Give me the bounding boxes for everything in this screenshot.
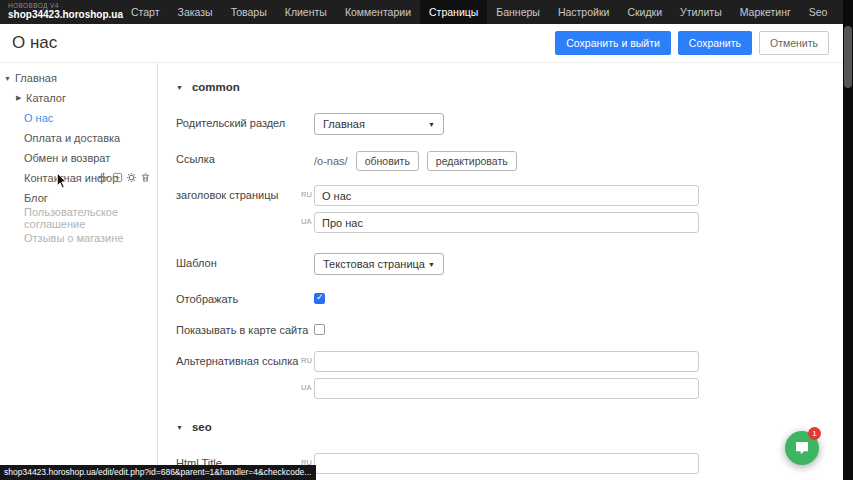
field-label: Альтернативная ссылка <box>176 351 314 405</box>
page-scrollbar[interactable] <box>843 0 853 480</box>
field-sitemap: Показывать в карте сайта <box>176 320 843 337</box>
section-title: seo <box>192 421 212 433</box>
tree-item-label: Каталог <box>26 92 66 104</box>
menu-clients[interactable]: Клиенты <box>276 0 336 24</box>
tree-item-label: Отзывы о магазине <box>24 232 123 244</box>
tree-item-label: Обмен и возврат <box>24 152 110 164</box>
menu-banners[interactable]: Баннеры <box>487 0 549 24</box>
brand-logo[interactable]: НОВОВВОД V4 shop34423.horoshop.ua <box>0 0 112 24</box>
menu-settings[interactable]: Настройки <box>549 0 619 24</box>
display-checkbox[interactable] <box>314 293 325 304</box>
pages-tree-sidebar: ▼ Главная ▶ Каталог О нас Оплата и доста… <box>0 63 157 480</box>
menu-orders[interactable]: Заказы <box>169 0 222 24</box>
chevron-down-icon: ▼ <box>428 121 435 128</box>
tree-item-label: Главная <box>15 72 57 84</box>
field-label: Шаблон <box>176 253 314 275</box>
field-label: Родительский раздел <box>176 113 314 135</box>
chevron-down-icon: ▼ <box>176 84 183 91</box>
template-select[interactable]: Текстовая страница ▼ <box>314 253 444 275</box>
page-title-ru-input[interactable] <box>314 185 699 206</box>
tree-item-contact-info[interactable]: Контактная инфор <box>0 168 157 188</box>
tree-item-label: О нас <box>24 112 53 124</box>
section-seo[interactable]: ▼ seo <box>176 421 843 433</box>
menu-seo[interactable]: Seo <box>800 0 837 24</box>
link-edit-button[interactable]: редактировать <box>427 151 517 171</box>
tree-item-payment-delivery[interactable]: Оплата и доставка <box>0 128 157 148</box>
delete-icon[interactable] <box>140 172 151 183</box>
page-title: О нас <box>12 33 57 53</box>
brand-domain: shop34423.horoshop.ua <box>8 10 106 21</box>
menu-start[interactable]: Старт <box>122 0 169 24</box>
header-buttons: Сохранить и выйти Сохранить Отменить <box>555 31 829 55</box>
chat-icon <box>794 440 810 456</box>
save-button[interactable]: Сохранить <box>678 31 752 55</box>
menu-utilities[interactable]: Утилиты <box>671 0 731 24</box>
page-header: О нас Сохранить и выйти Сохранить Отмени… <box>0 24 843 63</box>
alt-link-ua-input[interactable] <box>314 378 699 399</box>
field-label: Показывать в карте сайта <box>176 320 314 337</box>
menu-products[interactable]: Товары <box>222 0 276 24</box>
field-display: Отображать <box>176 289 843 306</box>
field-label: Отображать <box>176 289 314 306</box>
main-menu: Старт Заказы Товары Клиенты Комментарии … <box>122 0 843 24</box>
tree-item-label: Блог <box>24 192 48 204</box>
field-alt-link: Альтернативная ссылка RU UA <box>176 351 843 405</box>
lang-tag-ru: RU <box>301 190 312 199</box>
field-label: заголовок страницы <box>176 185 314 239</box>
tree-item-main[interactable]: ▼ Главная <box>0 68 157 88</box>
field-page-title: заголовок страницы RU UA <box>176 185 843 239</box>
alt-link-ru-input[interactable] <box>314 351 699 372</box>
html-title-ru-input[interactable] <box>314 453 699 474</box>
move-icon[interactable] <box>98 172 109 183</box>
menu-discounts[interactable]: Скидки <box>618 0 671 24</box>
tree-item-about[interactable]: О нас <box>0 108 157 128</box>
parent-section-select[interactable]: Главная ▼ <box>314 113 444 135</box>
tree-item-exchange-return[interactable]: Обмен и возврат <box>0 148 157 168</box>
lang-tag-ua: UA <box>301 383 311 392</box>
add-page-icon[interactable] <box>112 172 123 183</box>
link-path-text: /o-nas/ <box>314 155 348 167</box>
cancel-button[interactable]: Отменить <box>759 31 829 55</box>
gear-icon[interactable] <box>126 172 137 183</box>
chat-notification-badge: 1 <box>808 427 821 440</box>
field-parent-section: Родительский раздел Главная ▼ <box>176 113 843 135</box>
select-value: Текстовая страница <box>323 258 425 270</box>
page-edit-form: ▼ common Родительский раздел Главная ▼ С… <box>157 63 843 480</box>
topbar: НОВОВВОД V4 shop34423.horoshop.ua Старт … <box>0 0 843 24</box>
field-link: Ссылка /o-nas/ обновить редактировать <box>176 149 843 171</box>
chevron-down-icon: ▼ <box>428 261 435 268</box>
select-value: Главная <box>323 118 365 130</box>
tree-item-label: Пользовательское соглашение <box>24 206 157 230</box>
menu-comments[interactable]: Комментарии <box>336 0 420 24</box>
tree-item-actions <box>98 172 151 183</box>
menu-marketing[interactable]: Маркетинг <box>731 0 800 24</box>
tree-item-user-agreement[interactable]: Пользовательское соглашение <box>0 208 157 228</box>
tree-item-blog[interactable]: Блог <box>0 188 157 208</box>
support-chat-button[interactable]: 1 <box>785 431 819 465</box>
page-title-ua-input[interactable] <box>314 212 699 233</box>
save-and-exit-button[interactable]: Сохранить и выйти <box>555 31 671 55</box>
chevron-down-icon: ▼ <box>176 424 183 431</box>
link-update-button[interactable]: обновить <box>356 151 419 171</box>
section-title: common <box>192 81 240 93</box>
field-template: Шаблон Текстовая страница ▼ <box>176 253 843 275</box>
chevron-right-icon[interactable]: ▶ <box>16 94 21 102</box>
section-common[interactable]: ▼ common <box>176 81 843 93</box>
admin-page: НОВОВВОД V4 shop34423.horoshop.ua Старт … <box>0 0 843 480</box>
lang-tag-ua: UA <box>301 217 311 226</box>
tree-item-store-reviews[interactable]: Отзывы о магазине <box>0 228 157 248</box>
scrollbar-thumb[interactable] <box>844 26 852 88</box>
menu-pages[interactable]: Страницы <box>420 0 487 24</box>
tree-item-label: Оплата и доставка <box>24 132 120 144</box>
lang-tag-ru: RU <box>301 356 312 365</box>
sitemap-checkbox[interactable] <box>314 324 325 335</box>
screen: НОВОВВОД V4 shop34423.horoshop.ua Старт … <box>0 0 853 480</box>
field-label: Ссылка <box>176 149 314 171</box>
tree-item-catalog[interactable]: ▶ Каталог <box>0 88 157 108</box>
browser-status-bar: shop34423.horoshop.ua/edit/edit.php?id=6… <box>0 465 316 480</box>
chevron-down-icon[interactable]: ▼ <box>4 75 11 82</box>
